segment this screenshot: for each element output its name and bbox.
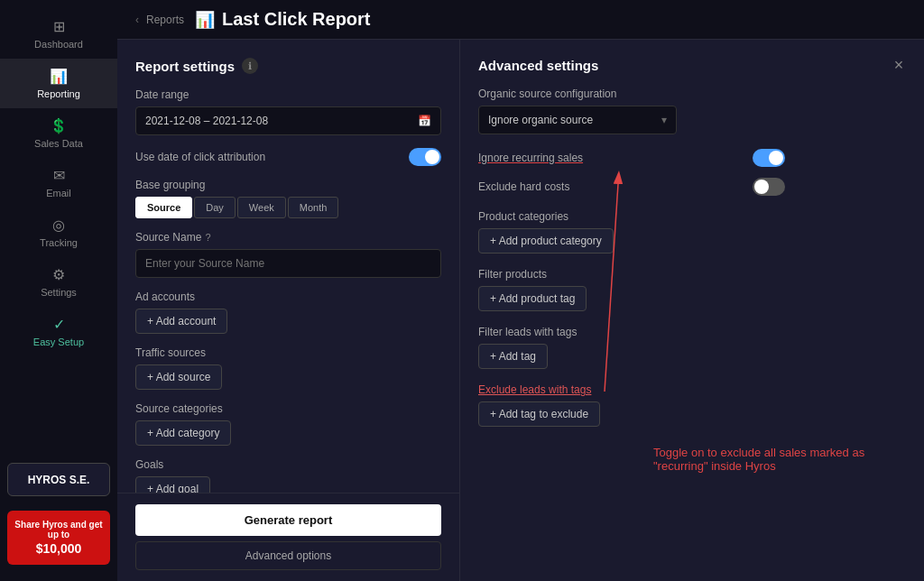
advanced-options-btn[interactable]: Advanced options — [135, 541, 441, 570]
organic-source-section: Organic source configuration Ignore orga… — [478, 88, 906, 134]
main-area: ‹ Reports 📊 Last Click Report Report set… — [117, 0, 924, 581]
exclude-hard-costs-label: Exclude hard costs — [478, 180, 569, 193]
calendar-icon: 📅 — [418, 115, 431, 127]
tracking-icon: ◎ — [52, 217, 65, 234]
use-date-label: Use date of click attribution — [135, 151, 265, 163]
grouping-month-btn[interactable]: Month — [288, 197, 339, 218]
sidebar-item-easy-setup[interactable]: ✓ Easy Setup — [0, 307, 117, 356]
report-settings-title: Report settings — [135, 59, 235, 74]
sidebar-item-sales-data[interactable]: 💲 Sales Data — [0, 108, 117, 158]
bottom-buttons: Generate report Advanced options — [117, 493, 459, 581]
breadcrumb[interactable]: Reports — [146, 14, 184, 26]
add-source-btn[interactable]: + Add source — [135, 364, 222, 390]
logo-text: HYROS S.E. — [28, 474, 90, 486]
page-title: 📊 Last Click Report — [195, 9, 370, 30]
organic-source-select[interactable]: Ignore organic source ▾ — [478, 106, 677, 134]
exclude-leads-label: Exclude leads with tags — [478, 383, 906, 396]
easy-setup-icon: ✓ — [53, 316, 65, 333]
sidebar-item-settings[interactable]: ⚙ Settings — [0, 257, 117, 307]
chart-icon: 📊 — [195, 10, 215, 30]
add-product-category-btn[interactable]: + Add product category — [478, 228, 614, 254]
grouping-source-btn[interactable]: Source — [135, 197, 192, 218]
exclude-hard-costs-toggle[interactable] — [753, 178, 785, 196]
base-grouping-buttons: Source Day Week Month — [135, 197, 441, 218]
settings-icon: ⚙ — [52, 266, 65, 283]
chevron-down-icon: ▾ — [661, 114, 667, 126]
ignore-recurring-label: Ignore recurring sales — [478, 152, 583, 164]
filter-products-label: Filter products — [478, 268, 906, 281]
source-name-input[interactable] — [135, 249, 441, 278]
filter-leads-section: Filter leads with tags + Add tag — [478, 326, 906, 369]
date-range-input[interactable]: 2021-12-08 – 2021-12-08 📅 — [135, 106, 441, 135]
sidebar-item-tracking[interactable]: ◎ Tracking — [0, 208, 117, 257]
sidebar: ⊞ Dashboard 📊 Reporting 💲 Sales Data ✉ E… — [0, 0, 117, 581]
source-name-label: Source Name — [135, 231, 201, 244]
sidebar-promo[interactable]: Share Hyros and get up to $10,000 — [7, 511, 110, 565]
sidebar-item-email[interactable]: ✉ Email — [0, 158, 117, 208]
source-categories-label: Source categories — [135, 402, 441, 415]
info-icon[interactable]: ℹ — [242, 58, 258, 74]
email-icon: ✉ — [53, 167, 65, 184]
filter-leads-label: Filter leads with tags — [478, 326, 906, 338]
product-categories-section: Product categories + Add product categor… — [478, 210, 906, 254]
sidebar-logo: HYROS S.E. — [7, 463, 110, 496]
add-goal-btn[interactable]: + Add goal — [135, 476, 210, 493]
close-btn[interactable]: × — [888, 54, 910, 76]
add-tag-to-exclude-btn[interactable]: + Add tag to exclude — [478, 401, 600, 427]
product-categories-label: Product categories — [478, 210, 906, 223]
advanced-settings-title: Advanced settings — [478, 58, 906, 73]
ad-accounts-label: Ad accounts — [135, 290, 441, 303]
use-date-row: Use date of click attribution — [135, 148, 441, 166]
add-category-btn[interactable]: + Add category — [135, 420, 231, 446]
exclude-hard-costs-row: Exclude hard costs — [478, 178, 785, 196]
sales-data-icon: 💲 — [50, 117, 68, 134]
ignore-recurring-toggle[interactable] — [753, 149, 785, 167]
add-product-tag-btn[interactable]: + Add product tag — [478, 286, 587, 311]
promo-amount: $10,000 — [14, 541, 103, 556]
topbar: ‹ Reports 📊 Last Click Report — [117, 0, 924, 40]
generate-report-btn[interactable]: Generate report — [135, 504, 441, 536]
annotation-tooltip: Toggle on to exclude all sales marked as… — [653, 446, 906, 473]
add-tag-btn[interactable]: + Add tag — [478, 344, 548, 369]
traffic-sources-label: Traffic sources — [135, 346, 441, 359]
add-account-btn[interactable]: + Add account — [135, 309, 227, 334]
dashboard-icon: ⊞ — [53, 18, 65, 35]
exclude-leads-section: Exclude leads with tags + Add tag to exc… — [478, 383, 906, 427]
sidebar-item-dashboard[interactable]: ⊞ Dashboard — [0, 9, 117, 59]
source-name-help: ? — [205, 232, 210, 243]
promo-text: Share Hyros and get up to — [14, 520, 103, 540]
sidebar-item-reporting[interactable]: 📊 Reporting — [0, 59, 117, 108]
date-range-label: Date range — [135, 88, 441, 101]
ignore-recurring-row: Ignore recurring sales — [478, 149, 785, 167]
filter-products-section: Filter products + Add product tag — [478, 268, 906, 311]
content-area: Report settings ℹ Date range 2021-12-08 … — [117, 40, 924, 581]
reporting-icon: 📊 — [50, 68, 68, 85]
breadcrumb-chevron: ‹ — [135, 14, 139, 26]
base-grouping-label: Base grouping — [135, 179, 441, 191]
organic-source-label: Organic source configuration — [478, 88, 906, 100]
left-panel: Report settings ℹ Date range 2021-12-08 … — [117, 40, 460, 581]
grouping-week-btn[interactable]: Week — [237, 197, 286, 218]
use-date-toggle[interactable] — [409, 148, 441, 166]
grouping-day-btn[interactable]: Day — [194, 197, 236, 218]
goals-label: Goals — [135, 458, 441, 471]
right-panel: × Advanced settings Organic source confi… — [460, 40, 924, 581]
